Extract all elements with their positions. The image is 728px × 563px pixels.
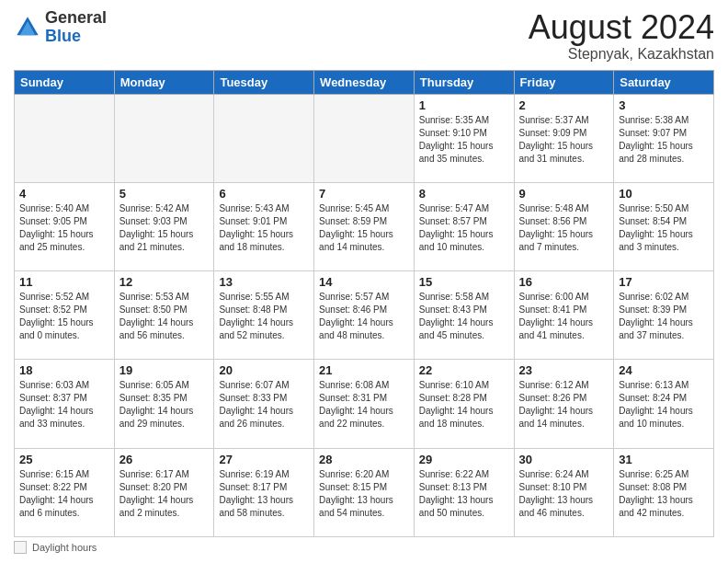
day-number: 25 [19, 453, 109, 466]
day-info: Sunrise: 5:47 AM Sunset: 8:57 PM Dayligh… [419, 202, 509, 254]
header: General Blue August 2024 Stepnyak, Kazak… [14, 9, 714, 63]
calendar-week-2: 4Sunrise: 5:40 AM Sunset: 9:05 PM Daylig… [15, 182, 714, 270]
day-info: Sunrise: 5:52 AM Sunset: 8:52 PM Dayligh… [19, 291, 109, 342]
day-number: 27 [219, 453, 309, 466]
table-row: 12Sunrise: 5:53 AM Sunset: 8:50 PM Dayli… [114, 271, 214, 360]
main-title: August 2024 [529, 9, 714, 46]
table-row: 11Sunrise: 5:52 AM Sunset: 8:52 PM Dayli… [15, 271, 115, 360]
table-row: 9Sunrise: 5:48 AM Sunset: 8:56 PM Daylig… [514, 182, 614, 270]
day-info: Sunrise: 5:58 AM Sunset: 8:43 PM Dayligh… [419, 291, 509, 342]
col-friday: Friday [514, 70, 614, 94]
logo: General Blue [14, 9, 107, 46]
day-info: Sunrise: 5:37 AM Sunset: 9:09 PM Dayligh… [519, 114, 609, 166]
day-info: Sunrise: 6:25 AM Sunset: 8:08 PM Dayligh… [619, 468, 709, 520]
table-row: 4Sunrise: 5:40 AM Sunset: 9:05 PM Daylig… [15, 182, 115, 270]
day-number: 28 [319, 453, 409, 466]
day-info: Sunrise: 6:22 AM Sunset: 8:13 PM Dayligh… [419, 468, 509, 520]
page: General Blue August 2024 Stepnyak, Kazak… [0, 0, 728, 563]
day-number: 19 [119, 363, 210, 377]
calendar-week-3: 11Sunrise: 5:52 AM Sunset: 8:52 PM Dayli… [15, 271, 714, 360]
day-info: Sunrise: 6:15 AM Sunset: 8:22 PM Dayligh… [19, 468, 109, 520]
day-number: 24 [619, 363, 709, 377]
day-info: Sunrise: 6:10 AM Sunset: 8:28 PM Dayligh… [419, 379, 509, 431]
day-number: 21 [319, 363, 409, 377]
table-row: 31Sunrise: 6:25 AM Sunset: 8:08 PM Dayli… [614, 448, 714, 536]
table-row: 13Sunrise: 5:55 AM Sunset: 8:48 PM Dayli… [214, 271, 314, 360]
table-row [15, 94, 115, 182]
day-number: 4 [19, 187, 109, 201]
col-sunday: Sunday [15, 70, 115, 94]
day-number: 3 [619, 98, 709, 112]
day-number: 22 [419, 363, 509, 377]
table-row: 5Sunrise: 5:42 AM Sunset: 9:03 PM Daylig… [114, 182, 214, 270]
day-number: 10 [619, 187, 709, 201]
day-info: Sunrise: 6:17 AM Sunset: 8:20 PM Dayligh… [119, 468, 210, 520]
day-info: Sunrise: 6:08 AM Sunset: 8:31 PM Dayligh… [319, 379, 409, 431]
calendar-table: Sunday Monday Tuesday Wednesday Thursday… [14, 70, 714, 537]
daylight-box-icon [14, 541, 27, 554]
day-info: Sunrise: 5:43 AM Sunset: 9:01 PM Dayligh… [219, 202, 309, 254]
day-number: 15 [419, 275, 509, 289]
generalblue-logo-icon [14, 14, 41, 41]
table-row: 23Sunrise: 6:12 AM Sunset: 8:26 PM Dayli… [514, 360, 614, 448]
day-number: 20 [219, 363, 309, 377]
table-row: 3Sunrise: 5:38 AM Sunset: 9:07 PM Daylig… [614, 94, 714, 182]
day-number: 14 [319, 275, 409, 289]
table-row: 25Sunrise: 6:15 AM Sunset: 8:22 PM Dayli… [15, 448, 115, 536]
table-row: 20Sunrise: 6:07 AM Sunset: 8:33 PM Dayli… [214, 360, 314, 448]
day-info: Sunrise: 6:03 AM Sunset: 8:37 PM Dayligh… [19, 379, 109, 431]
day-info: Sunrise: 5:45 AM Sunset: 8:59 PM Dayligh… [319, 202, 409, 254]
day-info: Sunrise: 5:48 AM Sunset: 8:56 PM Dayligh… [519, 202, 609, 254]
day-number: 13 [219, 275, 309, 289]
calendar-week-4: 18Sunrise: 6:03 AM Sunset: 8:37 PM Dayli… [15, 360, 714, 448]
day-info: Sunrise: 6:07 AM Sunset: 8:33 PM Dayligh… [219, 379, 309, 431]
day-number: 2 [519, 98, 609, 112]
day-number: 17 [619, 275, 709, 289]
day-info: Sunrise: 5:50 AM Sunset: 8:54 PM Dayligh… [619, 202, 709, 254]
table-row [314, 94, 415, 182]
logo-blue-text: Blue [45, 28, 107, 46]
day-number: 30 [519, 453, 609, 466]
col-monday: Monday [114, 70, 214, 94]
logo-general-text: General [45, 9, 107, 28]
table-row: 30Sunrise: 6:24 AM Sunset: 8:10 PM Dayli… [514, 448, 614, 536]
table-row: 26Sunrise: 6:17 AM Sunset: 8:20 PM Dayli… [114, 448, 214, 536]
table-row: 17Sunrise: 6:02 AM Sunset: 8:39 PM Dayli… [614, 271, 714, 360]
day-number: 6 [219, 187, 309, 201]
day-number: 29 [419, 453, 509, 466]
day-info: Sunrise: 6:00 AM Sunset: 8:41 PM Dayligh… [519, 291, 609, 342]
table-row: 28Sunrise: 6:20 AM Sunset: 8:15 PM Dayli… [314, 448, 415, 536]
day-info: Sunrise: 6:24 AM Sunset: 8:10 PM Dayligh… [519, 468, 609, 520]
day-info: Sunrise: 6:02 AM Sunset: 8:39 PM Dayligh… [619, 291, 709, 342]
table-row: 29Sunrise: 6:22 AM Sunset: 8:13 PM Dayli… [414, 448, 514, 536]
table-row: 15Sunrise: 5:58 AM Sunset: 8:43 PM Dayli… [414, 271, 514, 360]
table-row: 21Sunrise: 6:08 AM Sunset: 8:31 PM Dayli… [314, 360, 415, 448]
day-number: 12 [119, 275, 210, 289]
col-wednesday: Wednesday [314, 70, 415, 94]
day-info: Sunrise: 6:12 AM Sunset: 8:26 PM Dayligh… [519, 379, 609, 431]
calendar-header-row: Sunday Monday Tuesday Wednesday Thursday… [15, 70, 714, 94]
table-row: 1Sunrise: 5:35 AM Sunset: 9:10 PM Daylig… [414, 94, 514, 182]
day-info: Sunrise: 6:05 AM Sunset: 8:35 PM Dayligh… [119, 379, 210, 431]
table-row: 2Sunrise: 5:37 AM Sunset: 9:09 PM Daylig… [514, 94, 614, 182]
table-row: 27Sunrise: 6:19 AM Sunset: 8:17 PM Dayli… [214, 448, 314, 536]
daylight-label: Daylight hours [32, 542, 97, 553]
sub-title: Stepnyak, Kazakhstan [529, 46, 714, 63]
day-info: Sunrise: 6:19 AM Sunset: 8:17 PM Dayligh… [219, 468, 309, 520]
day-info: Sunrise: 5:57 AM Sunset: 8:46 PM Dayligh… [319, 291, 409, 342]
day-number: 16 [519, 275, 609, 289]
day-number: 1 [419, 98, 509, 112]
day-number: 5 [119, 187, 210, 201]
day-number: 31 [619, 453, 709, 466]
col-thursday: Thursday [414, 70, 514, 94]
table-row: 16Sunrise: 6:00 AM Sunset: 8:41 PM Dayli… [514, 271, 614, 360]
table-row: 24Sunrise: 6:13 AM Sunset: 8:24 PM Dayli… [614, 360, 714, 448]
day-number: 8 [419, 187, 509, 201]
day-info: Sunrise: 5:40 AM Sunset: 9:05 PM Dayligh… [19, 202, 109, 254]
day-number: 9 [519, 187, 609, 201]
table-row: 22Sunrise: 6:10 AM Sunset: 8:28 PM Dayli… [414, 360, 514, 448]
table-row: 10Sunrise: 5:50 AM Sunset: 8:54 PM Dayli… [614, 182, 714, 270]
table-row: 6Sunrise: 5:43 AM Sunset: 9:01 PM Daylig… [214, 182, 314, 270]
footer: Daylight hours [14, 541, 714, 554]
table-row [214, 94, 314, 182]
